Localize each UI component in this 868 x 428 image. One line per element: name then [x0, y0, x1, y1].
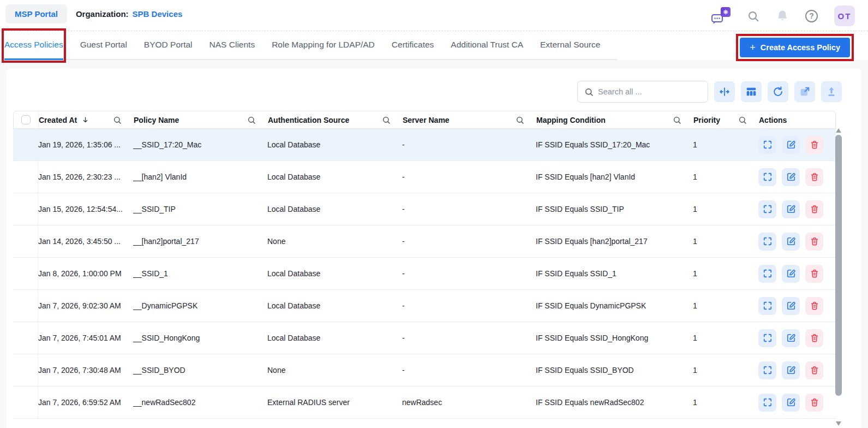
export-button[interactable] [821, 81, 842, 102]
cell-policy-name: __newRadSec802 [133, 398, 267, 407]
table-row[interactable]: Jan 14, 2026, 3:45:50 ... __[han2]portal… [13, 225, 836, 258]
expand-icon [762, 171, 773, 182]
expand-policy-button[interactable] [758, 136, 776, 154]
edit-policy-button[interactable] [782, 200, 800, 218]
column-search-icon[interactable] [382, 116, 391, 124]
expand-policy-button[interactable] [758, 361, 776, 379]
tab[interactable]: BYOD Portal [144, 31, 193, 60]
fit-columns-button[interactable] [714, 81, 735, 102]
select-all-checkbox[interactable] [21, 115, 31, 124]
delete-policy-button[interactable] [805, 361, 823, 379]
column-search-icon[interactable] [113, 116, 122, 124]
edit-icon [786, 236, 797, 247]
table-row[interactable]: Jan 15, 2026, 2:30:23 ... __[han2] VlanI… [13, 161, 836, 193]
delete-policy-button[interactable] [805, 297, 823, 315]
assistant-chat-icon[interactable]: ❋ [711, 7, 731, 25]
cell-mapping-condition: IF SSID Equals SSID_BYOD [536, 366, 693, 374]
expand-policy-button[interactable] [758, 233, 776, 251]
table-row[interactable]: Jan 15, 2026, 12:54:54... __SSID_TIP Loc… [13, 193, 836, 225]
expand-policy-button[interactable] [758, 265, 776, 283]
help-icon[interactable]: ? [805, 10, 818, 22]
tab[interactable]: Additional Trust CA [451, 31, 523, 60]
edit-policy-button[interactable] [782, 329, 800, 347]
cell-created-at: Jan 7, 2026, 7:30:48 AM [38, 366, 133, 374]
tab[interactable]: Certificates [392, 31, 434, 60]
tab[interactable]: Access Policies [4, 31, 63, 60]
open-in-new-window-button[interactable] [794, 81, 815, 102]
expand-policy-button[interactable] [758, 200, 776, 218]
notifications-bell-icon[interactable] [776, 9, 789, 22]
cell-created-at: Jan 15, 2026, 2:30:23 ... [38, 173, 133, 181]
scrollbar-thumb[interactable] [835, 135, 842, 396]
delete-policy-button[interactable] [805, 233, 823, 251]
expand-policy-button[interactable] [758, 168, 776, 186]
cell-mapping-condition: IF SSID Equals SSID_HongKong [536, 334, 693, 342]
plus-icon: + [750, 44, 756, 51]
edit-policy-button[interactable] [782, 233, 800, 251]
header-cell-priority[interactable]: Priority [693, 111, 759, 128]
table-row[interactable]: Jan 19, 2026, 1:35:06 ... __SSID_17:20_M… [13, 129, 836, 161]
edit-policy-button[interactable] [782, 297, 800, 315]
edit-icon [786, 204, 797, 215]
cell-server-name: - [402, 269, 536, 278]
scrollbar-down-arrow[interactable] [836, 421, 841, 426]
create-access-policy-button[interactable]: + Create Access Policy [740, 38, 850, 57]
refresh-button[interactable] [768, 81, 788, 102]
avatar[interactable]: OT [834, 5, 855, 26]
column-search-icon[interactable] [673, 116, 681, 124]
header-cell-authentication-source[interactable]: Authentication Source [268, 111, 403, 128]
scrollbar-up-arrow[interactable] [836, 128, 841, 133]
sort-descending-icon[interactable] [81, 116, 89, 124]
header-cell-mapping-condition[interactable]: Mapping Condition [536, 111, 693, 128]
delete-policy-button[interactable] [805, 136, 823, 154]
delete-policy-button[interactable] [805, 394, 823, 412]
global-search-icon[interactable] [747, 10, 759, 22]
cell-server-name: - [402, 173, 536, 181]
cell-created-at: Jan 8, 2026, 1:00:00 PM [38, 269, 133, 278]
delete-policy-button[interactable] [805, 168, 823, 186]
header-cell-created-at[interactable]: Created At [39, 111, 134, 128]
cell-created-at: Jan 19, 2026, 1:35:06 ... [38, 140, 133, 149]
header-cell-server-name[interactable]: Server Name [403, 111, 536, 128]
edit-policy-button[interactable] [782, 265, 800, 283]
organization-link[interactable]: SPB Devices [133, 9, 183, 19]
cell-mapping-condition: IF SSID Equals [han2] VlanId [536, 173, 693, 181]
edit-policy-button[interactable] [782, 361, 800, 379]
table-row[interactable]: Jan 7, 2026, 7:30:48 AM __SSID_BYOD None… [13, 354, 836, 387]
cell-priority: 1 [693, 269, 758, 278]
cell-created-at: Jan 7, 2026, 6:59:52 AM [38, 398, 133, 407]
tab[interactable]: Guest Portal [80, 31, 127, 60]
table-row[interactable]: Jan 7, 2026, 7:45:01 AM __SSID_HongKong … [13, 322, 836, 354]
table-row[interactable]: Jan 7, 2026, 6:59:52 AM __newRadSec802 E… [13, 387, 836, 419]
trash-icon [809, 397, 820, 408]
edit-icon [786, 332, 797, 343]
expand-policy-button[interactable] [758, 329, 776, 347]
column-search-icon[interactable] [738, 116, 747, 124]
cell-priority: 1 [693, 398, 758, 407]
trash-icon [809, 365, 820, 376]
edit-policy-button[interactable] [782, 394, 800, 412]
row-checkbox-cell [13, 387, 38, 418]
tab[interactable]: NAS Clients [209, 31, 255, 60]
table-scrollbar[interactable] [835, 127, 842, 428]
cell-created-at: Jan 15, 2026, 12:54:54... [38, 205, 133, 213]
tab[interactable]: Role Mapping for LDAP/AD [272, 31, 375, 60]
trash-icon [809, 139, 820, 150]
table-row[interactable]: Jan 8, 2026, 1:00:00 PM __SSID_1 Local D… [13, 258, 836, 290]
delete-policy-button[interactable] [805, 200, 823, 218]
cell-priority: 1 [693, 173, 758, 181]
edit-policy-button[interactable] [782, 168, 800, 186]
column-search-icon[interactable] [247, 116, 256, 124]
msp-portal-button[interactable]: MSP Portal [5, 4, 67, 23]
columns-button[interactable] [741, 81, 762, 102]
delete-policy-button[interactable] [805, 265, 823, 283]
expand-policy-button[interactable] [758, 297, 776, 315]
table-row[interactable]: Jan 7, 2026, 9:02:30 AM __DynamicPGPSK L… [13, 290, 836, 322]
header-cell-policy-name[interactable]: Policy Name [134, 111, 268, 128]
edit-policy-button[interactable] [782, 136, 800, 154]
column-search-icon[interactable] [516, 116, 524, 124]
search-all-input[interactable] [598, 87, 701, 96]
tab[interactable]: External Source [540, 31, 600, 60]
delete-policy-button[interactable] [805, 329, 823, 347]
expand-policy-button[interactable] [758, 394, 776, 412]
